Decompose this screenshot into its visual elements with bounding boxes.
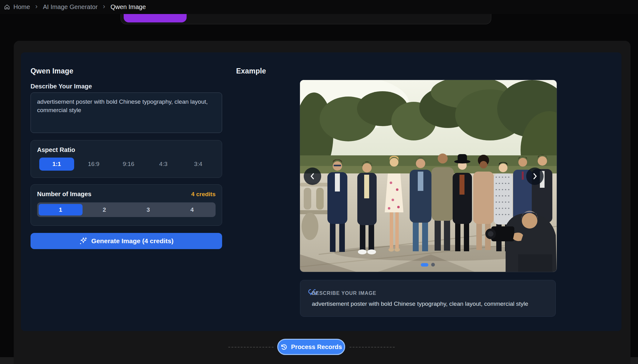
number-of-images-options: 1 2 3 4 xyxy=(37,202,216,217)
breadcrumb-home-label: Home xyxy=(13,3,30,11)
carousel-next-button[interactable] xyxy=(526,168,544,185)
example-prompt-text: advertisement poster with bold Chinese t… xyxy=(312,300,528,307)
process-records-label: Process Records xyxy=(291,343,342,351)
breadcrumb-section-link[interactable]: AI Image Generator xyxy=(43,3,98,11)
example-photo xyxy=(300,80,557,272)
breadcrumb-section-label: AI Image Generator xyxy=(43,3,98,11)
example-title: Example xyxy=(236,67,266,75)
divider-left xyxy=(228,347,274,347)
carousel-dot-2[interactable] xyxy=(431,263,435,267)
generate-image-button[interactable]: Generate Image (4 credits) xyxy=(31,233,222,249)
carousel-prev-button[interactable] xyxy=(304,168,321,185)
sparkle-icon xyxy=(79,237,87,245)
aspect-ratio-label: Aspect Ratio xyxy=(37,146,216,154)
home-icon xyxy=(4,4,10,10)
example-carousel xyxy=(300,80,557,272)
generate-image-label: Generate Image (4 credits) xyxy=(91,237,174,245)
example-prompt-card: DESCRIBE YOUR IMAGE advertisement poster… xyxy=(300,280,556,317)
credits-badge: 4 credits xyxy=(191,191,216,198)
divider-right xyxy=(350,347,395,347)
aspect-option-1-1[interactable]: 1:1 xyxy=(39,158,74,171)
breadcrumb: Home › AI Image Generator › Qwen Image xyxy=(0,0,638,14)
chevron-right-icon xyxy=(531,173,538,180)
aspect-option-16-9[interactable]: 16:9 xyxy=(76,158,111,171)
number-of-images-card: Number of Images 4 credits 1 2 3 4 xyxy=(31,184,222,226)
count-option-4[interactable]: 4 xyxy=(170,204,214,215)
count-option-3[interactable]: 3 xyxy=(126,204,170,215)
number-of-images-label: Number of Images xyxy=(37,191,91,198)
aspect-option-4-3[interactable]: 4:3 xyxy=(146,158,181,171)
breadcrumb-separator-icon: › xyxy=(103,3,105,11)
process-records-button[interactable]: Process Records xyxy=(277,339,345,355)
aspect-option-9-16[interactable]: 9:16 xyxy=(111,158,146,171)
prompt-input[interactable]: advertisement poster with bold Chinese t… xyxy=(31,92,222,133)
page: Home › AI Image Generator › Qwen Image Q… xyxy=(0,0,638,364)
aspect-option-3-4[interactable]: 3:4 xyxy=(181,158,216,171)
example-prompt-label: DESCRIBE YOUR IMAGE xyxy=(312,291,376,296)
breadcrumb-home-link[interactable]: Home xyxy=(4,3,30,11)
breadcrumb-current-page: Qwen Image xyxy=(111,3,146,11)
count-option-1[interactable]: 1 xyxy=(39,204,83,215)
carousel-dot-1-active[interactable] xyxy=(421,263,428,267)
history-icon xyxy=(280,343,288,351)
breadcrumb-separator-icon: › xyxy=(35,3,37,11)
chevron-left-icon xyxy=(309,173,316,180)
count-option-2[interactable]: 2 xyxy=(83,204,126,215)
aspect-ratio-options: 1:1 16:9 9:16 4:3 3:4 xyxy=(37,158,216,171)
describe-label: Describe Your Image xyxy=(31,83,92,90)
page-title: Qwen Image xyxy=(31,67,73,75)
carousel-dots xyxy=(421,263,435,267)
aspect-ratio-card: Aspect Ratio 1:1 16:9 9:16 4:3 3:4 xyxy=(31,140,222,178)
